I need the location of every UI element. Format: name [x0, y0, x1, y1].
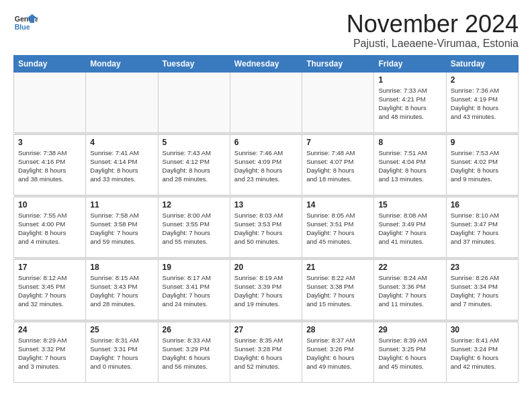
logo: General Blue: [13, 11, 38, 35]
day-info: Sunrise: 8:12 AM Sunset: 3:45 PM Dayligh…: [18, 273, 81, 309]
day-number: 2: [451, 75, 514, 85]
day-number: 13: [234, 200, 298, 210]
table-row: 11Sunrise: 7:58 AM Sunset: 3:58 PM Dayli…: [86, 197, 158, 257]
day-info: Sunrise: 7:48 AM Sunset: 4:07 PM Dayligh…: [306, 148, 369, 184]
day-number: 1: [378, 75, 441, 85]
day-info: Sunrise: 8:00 AM Sunset: 3:55 PM Dayligh…: [163, 211, 226, 246]
day-info: Sunrise: 7:43 AM Sunset: 4:12 PM Dayligh…: [163, 148, 226, 184]
table-row: 28Sunrise: 8:37 AM Sunset: 3:26 PM Dayli…: [302, 322, 374, 382]
day-info: Sunrise: 8:35 AM Sunset: 3:28 PM Dayligh…: [234, 336, 298, 371]
day-number: 29: [378, 325, 441, 334]
header: General Blue November 2024 Pajusti, Laea…: [13, 11, 519, 50]
day-info: Sunrise: 8:17 AM Sunset: 3:41 PM Dayligh…: [163, 273, 226, 309]
svg-text:Blue: Blue: [15, 23, 30, 31]
table-row: 8Sunrise: 7:51 AM Sunset: 4:04 PM Daylig…: [374, 134, 446, 195]
title-block: November 2024 Pajusti, Laeaene-Virumaa, …: [347, 11, 519, 50]
table-row: 16Sunrise: 8:10 AM Sunset: 3:47 PM Dayli…: [446, 197, 518, 257]
day-number: 3: [18, 138, 81, 147]
calendar: Sunday Monday Tuesday Wednesday Thursday…: [13, 55, 519, 383]
day-number: 8: [378, 138, 441, 147]
day-info: Sunrise: 8:19 AM Sunset: 3:39 PM Dayligh…: [234, 273, 298, 309]
table-row: 13Sunrise: 8:03 AM Sunset: 3:53 PM Dayli…: [230, 197, 302, 257]
table-row: 17Sunrise: 8:12 AM Sunset: 3:45 PM Dayli…: [14, 259, 86, 320]
day-info: Sunrise: 8:03 AM Sunset: 3:53 PM Dayligh…: [234, 211, 298, 246]
day-number: 19: [163, 263, 226, 272]
day-number: 24: [18, 325, 81, 334]
day-info: Sunrise: 8:31 AM Sunset: 3:31 PM Dayligh…: [90, 336, 153, 371]
table-row: 4Sunrise: 7:41 AM Sunset: 4:14 PM Daylig…: [86, 134, 158, 195]
day-info: Sunrise: 7:58 AM Sunset: 3:58 PM Dayligh…: [90, 211, 153, 246]
col-monday: Monday: [86, 55, 158, 72]
day-number: 20: [234, 263, 298, 272]
table-row: 15Sunrise: 8:08 AM Sunset: 3:49 PM Dayli…: [374, 197, 446, 257]
day-number: 28: [306, 325, 369, 334]
day-number: 14: [306, 200, 369, 210]
table-row: 20Sunrise: 8:19 AM Sunset: 3:39 PM Dayli…: [230, 259, 302, 320]
col-sunday: Sunday: [14, 55, 86, 72]
table-row: 22Sunrise: 8:24 AM Sunset: 3:36 PM Dayli…: [374, 259, 446, 320]
day-number: 9: [451, 138, 514, 147]
day-info: Sunrise: 7:46 AM Sunset: 4:09 PM Dayligh…: [234, 148, 298, 184]
day-info: Sunrise: 7:33 AM Sunset: 4:21 PM Dayligh…: [378, 86, 441, 122]
table-row: 14Sunrise: 8:05 AM Sunset: 3:51 PM Dayli…: [302, 197, 374, 257]
table-row: 2Sunrise: 7:36 AM Sunset: 4:19 PM Daylig…: [446, 72, 518, 132]
day-info: Sunrise: 7:38 AM Sunset: 4:16 PM Dayligh…: [18, 148, 81, 184]
day-number: 23: [451, 263, 514, 272]
table-row: 30Sunrise: 8:41 AM Sunset: 3:24 PM Dayli…: [446, 322, 518, 382]
table-row: 21Sunrise: 8:22 AM Sunset: 3:38 PM Dayli…: [302, 259, 374, 320]
day-number: 18: [90, 263, 153, 272]
calendar-header-row: Sunday Monday Tuesday Wednesday Thursday…: [14, 55, 519, 72]
calendar-week-row: 17Sunrise: 8:12 AM Sunset: 3:45 PM Dayli…: [14, 259, 519, 320]
calendar-body: 1Sunrise: 7:33 AM Sunset: 4:21 PM Daylig…: [14, 72, 519, 382]
day-info: Sunrise: 8:33 AM Sunset: 3:29 PM Dayligh…: [163, 336, 226, 371]
table-row: [158, 72, 230, 132]
day-info: Sunrise: 8:39 AM Sunset: 3:25 PM Dayligh…: [378, 336, 441, 371]
calendar-week-row: 10Sunrise: 7:55 AM Sunset: 4:00 PM Dayli…: [14, 197, 519, 257]
day-number: 25: [90, 325, 153, 334]
table-row: 24Sunrise: 8:29 AM Sunset: 3:32 PM Dayli…: [14, 322, 86, 382]
day-info: Sunrise: 7:55 AM Sunset: 4:00 PM Dayligh…: [18, 211, 81, 246]
day-info: Sunrise: 7:36 AM Sunset: 4:19 PM Dayligh…: [451, 86, 514, 122]
table-row: 19Sunrise: 8:17 AM Sunset: 3:41 PM Dayli…: [158, 259, 230, 320]
day-number: 26: [163, 325, 226, 334]
calendar-week-row: 3Sunrise: 7:38 AM Sunset: 4:16 PM Daylig…: [14, 134, 519, 195]
col-thursday: Thursday: [302, 55, 374, 72]
day-number: 12: [163, 200, 226, 210]
page: General Blue November 2024 Pajusti, Laea…: [0, 0, 532, 390]
table-row: 23Sunrise: 8:26 AM Sunset: 3:34 PM Dayli…: [446, 259, 518, 320]
day-number: 10: [18, 200, 81, 210]
table-row: 18Sunrise: 8:15 AM Sunset: 3:43 PM Dayli…: [86, 259, 158, 320]
table-row: [14, 72, 86, 132]
day-number: 16: [451, 200, 514, 210]
col-wednesday: Wednesday: [230, 55, 302, 72]
day-info: Sunrise: 7:53 AM Sunset: 4:02 PM Dayligh…: [451, 148, 514, 184]
day-number: 17: [18, 263, 81, 272]
table-row: 10Sunrise: 7:55 AM Sunset: 4:00 PM Dayli…: [14, 197, 86, 257]
day-info: Sunrise: 8:37 AM Sunset: 3:26 PM Dayligh…: [306, 336, 369, 371]
table-row: 29Sunrise: 8:39 AM Sunset: 3:25 PM Dayli…: [374, 322, 446, 382]
table-row: 12Sunrise: 8:00 AM Sunset: 3:55 PM Dayli…: [158, 197, 230, 257]
day-number: 5: [163, 138, 226, 147]
table-row: [230, 72, 302, 132]
logo-icon: General Blue: [13, 11, 38, 35]
day-number: 21: [306, 263, 369, 272]
day-number: 7: [306, 138, 369, 147]
day-info: Sunrise: 8:24 AM Sunset: 3:36 PM Dayligh…: [378, 273, 441, 309]
table-row: 7Sunrise: 7:48 AM Sunset: 4:07 PM Daylig…: [302, 134, 374, 195]
table-row: 5Sunrise: 7:43 AM Sunset: 4:12 PM Daylig…: [158, 134, 230, 195]
table-row: 26Sunrise: 8:33 AM Sunset: 3:29 PM Dayli…: [158, 322, 230, 382]
table-row: [302, 72, 374, 132]
day-info: Sunrise: 8:08 AM Sunset: 3:49 PM Dayligh…: [378, 211, 441, 246]
col-friday: Friday: [374, 55, 446, 72]
col-saturday: Saturday: [446, 55, 518, 72]
table-row: [86, 72, 158, 132]
day-info: Sunrise: 8:26 AM Sunset: 3:34 PM Dayligh…: [451, 273, 514, 309]
day-number: 27: [234, 325, 298, 334]
table-row: 3Sunrise: 7:38 AM Sunset: 4:16 PM Daylig…: [14, 134, 86, 195]
day-number: 22: [378, 263, 441, 272]
day-info: Sunrise: 8:10 AM Sunset: 3:47 PM Dayligh…: [451, 211, 514, 246]
day-number: 30: [451, 325, 514, 334]
day-info: Sunrise: 8:05 AM Sunset: 3:51 PM Dayligh…: [306, 211, 369, 246]
day-info: Sunrise: 7:41 AM Sunset: 4:14 PM Dayligh…: [90, 148, 153, 184]
month-title: November 2024: [347, 11, 519, 38]
